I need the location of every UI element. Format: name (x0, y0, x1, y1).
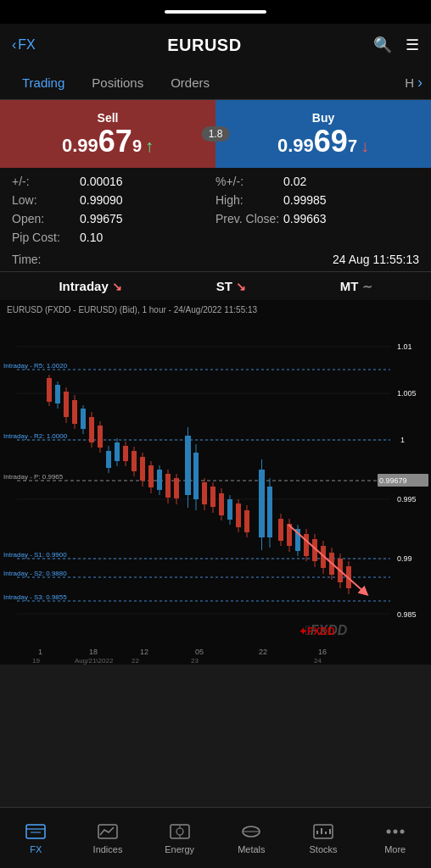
plus-minus-row: +/-: 0.00016 (12, 173, 216, 190)
svg-rect-96 (244, 510, 249, 532)
plus-minus-label: +/-: (12, 175, 80, 188)
trade-buttons: Sell 0.99 67 9 ↑ 1.8 Buy 0.99 69 7 ↓ (0, 100, 431, 168)
mt-arrow-icon: ∼ (362, 280, 372, 293)
bottom-nav: FX Indices Energy Metals (0, 807, 431, 868)
back-button[interactable]: ‹ FX (12, 37, 36, 53)
svg-rect-75 (185, 436, 191, 495)
nav-item-energy[interactable]: Energy (143, 822, 216, 854)
fx-icon (25, 822, 47, 841)
svg-rect-145 (26, 825, 45, 838)
market-data-grid: +/-: 0.00016 %+/-: 0.02 Low: 0.99090 Hig… (0, 168, 431, 251)
svg-text:Intraday - R2: 1.0000: Intraday - R2: 1.0000 (3, 432, 68, 440)
sell-price-prefix: 0.99 (62, 135, 98, 157)
nav-item-more[interactable]: More (359, 822, 431, 854)
pct-label: %+/-: (216, 175, 283, 188)
menu-icon[interactable]: ☰ (406, 36, 419, 54)
prev-close-value: 0.99663 (283, 212, 327, 225)
svg-text:✦FXDD: ✦FXDD (299, 626, 335, 637)
intraday-arrow-icon: ↘ (112, 280, 122, 293)
svg-point-160 (386, 829, 390, 833)
buy-button[interactable]: Buy 0.99 69 7 ↓ (216, 100, 431, 168)
tab-h[interactable]: H (405, 75, 414, 90)
svg-rect-90 (227, 499, 232, 520)
buy-price-main: 69 (314, 126, 348, 157)
stocks-icon (312, 822, 334, 841)
svg-text:16: 16 (318, 648, 327, 656)
svg-text:24: 24 (314, 657, 322, 665)
buy-arrow-icon: ↓ (361, 136, 369, 156)
energy-icon (169, 822, 191, 841)
low-row: Low: 0.99090 (12, 192, 216, 209)
low-label: Low: (12, 193, 80, 207)
svg-text:0.99679: 0.99679 (379, 476, 407, 485)
buy-label: Buy (312, 111, 334, 125)
chart-container[interactable]: EURUSD (FXDD - EURUSD) (Bid), 1 hour - 2… (0, 300, 431, 665)
nav-label-more: More (384, 844, 406, 854)
sentiment-row: Intraday ↘ ST ↘ MT ∼ (0, 271, 431, 300)
status-bar (0, 0, 431, 24)
svg-text:0.985: 0.985 (397, 610, 417, 619)
search-icon[interactable]: 🔍 (373, 36, 392, 54)
sell-button[interactable]: Sell 0.99 67 9 ↑ (0, 100, 216, 168)
sentiment-intraday: Intraday ↘ (59, 279, 121, 293)
low-value: 0.99090 (80, 193, 123, 207)
chart-title: EURUSD (FXDD - EURUSD) (Bid), 1 hour - 2… (7, 305, 257, 314)
svg-text:0.99: 0.99 (397, 554, 412, 563)
sell-arrow-icon: ↑ (145, 136, 154, 156)
high-label: High: (216, 193, 283, 207)
tab-chevron-icon[interactable]: › (417, 74, 423, 92)
header: ‹ FX EURUSD 🔍 ☰ (0, 24, 431, 66)
svg-rect-54 (123, 446, 128, 461)
time-row: Time: 24 Aug 11:55:13 (0, 251, 431, 271)
tab-positions[interactable]: Positions (78, 70, 157, 95)
svg-rect-57 (132, 451, 137, 471)
back-chevron: ‹ (12, 37, 16, 53)
svg-rect-48 (106, 451, 111, 468)
nav-label-fx: FX (30, 844, 42, 854)
svg-rect-30 (55, 385, 60, 403)
svg-rect-45 (98, 426, 103, 448)
svg-text:0.995: 0.995 (397, 495, 417, 504)
sell-price-main: 67 (98, 126, 132, 157)
open-row: Open: 0.99675 (12, 210, 216, 227)
pip-cost-row: Pip Cost: 0.10 (12, 229, 216, 246)
svg-rect-27 (47, 378, 52, 402)
svg-rect-42 (89, 417, 94, 442)
nav-item-metals[interactable]: Metals (216, 822, 288, 854)
tab-trading[interactable]: Trading (8, 70, 78, 95)
svg-rect-93 (236, 504, 241, 527)
nav-item-fx[interactable]: FX (0, 822, 72, 854)
svg-rect-105 (278, 519, 283, 541)
high-row: High: 0.99985 (216, 192, 419, 209)
svg-rect-33 (64, 392, 69, 417)
svg-text:Intraday - S3: 0.9855: Intraday - S3: 0.9855 (3, 593, 67, 601)
svg-text:Intraday - R5: 1.0020: Intraday - R5: 1.0020 (3, 362, 68, 370)
status-bar-indicator (165, 10, 266, 14)
sell-price: 0.99 67 9 ↑ (62, 126, 154, 157)
pct-row: %+/-: 0.02 (216, 173, 419, 190)
intraday-label: Intraday (59, 279, 108, 293)
svg-rect-102 (267, 487, 272, 537)
svg-text:Intraday - S1: 0.9900: Intraday - S1: 0.9900 (3, 551, 67, 559)
nav-item-stocks[interactable]: Stocks (288, 822, 360, 854)
sentiment-mt: MT ∼ (340, 279, 372, 293)
indices-icon (97, 822, 119, 841)
nav-item-indices[interactable]: Indices (72, 822, 144, 854)
price-chart: 1.01 1.005 1 0.995 0.99 0.985 Intraday -… (0, 300, 431, 665)
svg-rect-114 (304, 534, 309, 556)
tab-orders[interactable]: Orders (157, 70, 223, 95)
time-value: 24 Aug 11:55:13 (333, 253, 419, 266)
pct-value: 0.02 (283, 175, 306, 188)
svg-text:22: 22 (259, 648, 267, 656)
svg-rect-0 (0, 300, 431, 665)
svg-rect-63 (148, 465, 154, 487)
svg-point-162 (400, 829, 404, 833)
svg-text:1.005: 1.005 (397, 389, 417, 398)
st-arrow-icon: ↘ (236, 280, 246, 293)
mt-label: MT (340, 279, 359, 293)
svg-text:Intraday - P: 0.9965: Intraday - P: 0.9965 (3, 473, 64, 481)
svg-point-150 (176, 828, 183, 835)
open-value: 0.99675 (80, 212, 123, 225)
svg-point-161 (393, 829, 397, 833)
svg-rect-69 (165, 474, 171, 498)
